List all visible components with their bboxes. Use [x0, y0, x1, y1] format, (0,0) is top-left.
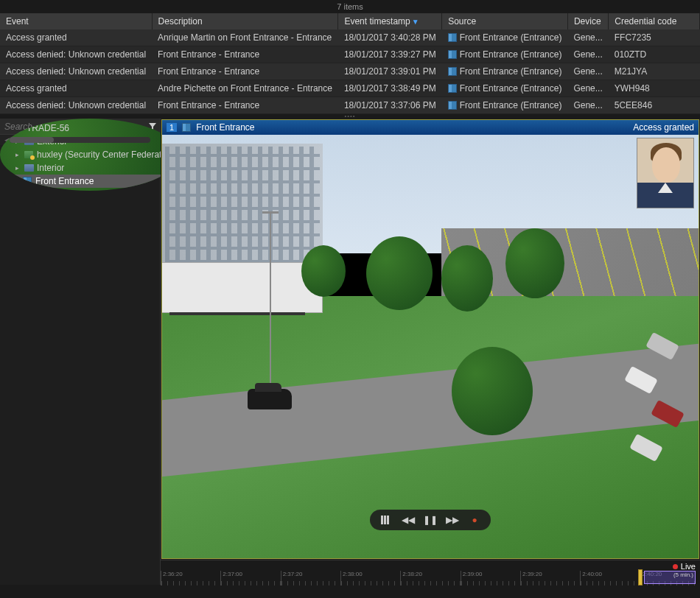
- cell-source: Front Entrance (Entrance): [442, 46, 568, 63]
- forward-button[interactable]: ▶▶: [445, 513, 460, 527]
- timeline-tick: 2:38:20: [400, 571, 460, 585]
- cell-timestamp: 18/01/2017 3:38:49 PM: [338, 80, 442, 97]
- pause-button[interactable]: ❚❚: [423, 513, 438, 527]
- door-icon: [448, 50, 457, 59]
- col-device[interactable]: Device: [567, 13, 608, 29]
- door-icon: [448, 33, 457, 42]
- tile-status: Access granted: [633, 122, 694, 133]
- cell-event: Access denied: Unknown credential: [0, 63, 152, 80]
- cardholder-photo: [637, 138, 694, 208]
- cell-source: Front Entrance (Entrance): [442, 80, 568, 97]
- cell-description: Front Entrance - Entrance: [152, 46, 338, 63]
- timeline-tick: 2:37:20: [281, 571, 340, 585]
- sort-desc-icon: ▼: [412, 18, 419, 26]
- tile-title: Front Entrance: [196, 122, 254, 133]
- table-row[interactable]: Access grantedAndre Pichette on Front En…: [0, 80, 700, 97]
- scroll-thumb[interactable]: [10, 137, 54, 143]
- cell-timestamp: 18/01/2017 3:37:06 PM: [338, 97, 442, 114]
- event-table: Event Description Event timestamp▼ Sourc…: [0, 13, 700, 114]
- area-icon: [24, 163, 34, 173]
- rewind-button[interactable]: ◀◀: [401, 513, 416, 527]
- cell-source: Front Entrance (Entrance): [442, 29, 568, 46]
- cell-credential: 5CEE846: [609, 97, 700, 114]
- time-ruler[interactable]: 2:36:202:37:002:37:202:38:002:38:202:39:…: [161, 571, 700, 585]
- svg-rect-1: [384, 516, 386, 524]
- playback-controls: ◀◀ ❚❚ ▶▶ ●: [370, 510, 491, 530]
- cell-event: Access granted: [0, 80, 152, 97]
- live-dot-icon: [673, 564, 678, 569]
- cell-description: Anrique Martin on Front Entrance - Entra…: [152, 29, 338, 46]
- timeline-tick: 2:40:00: [580, 571, 640, 585]
- playhead[interactable]: [638, 569, 643, 585]
- timeline-tick: 2:39:20: [520, 571, 580, 585]
- cell-description: Front Entrance - Entrance: [152, 97, 338, 114]
- tile-number: 1: [167, 123, 177, 132]
- timeline-tick: 2:36:20: [161, 571, 220, 585]
- camera-scene: [162, 135, 699, 558]
- cell-device: Gene...: [567, 97, 608, 114]
- cell-description: Front Entrance - Entrance: [152, 63, 338, 80]
- table-header-row: Event Description Event timestamp▼ Sourc…: [0, 13, 700, 29]
- tile-header: 1 Front Entrance Access granted: [162, 120, 699, 135]
- tree-label: huxley (Security Center Federation): [37, 150, 176, 160]
- door-icon: [448, 67, 457, 76]
- cell-credential: YWH948: [609, 80, 700, 97]
- door-icon: [22, 176, 32, 186]
- cell-credential: M21JYA: [609, 63, 700, 80]
- record-button[interactable]: ●: [467, 513, 482, 527]
- col-source[interactable]: Source: [442, 13, 568, 29]
- cell-credential: 010ZTD: [609, 46, 700, 63]
- live-indicator[interactable]: Live: [673, 562, 696, 571]
- col-event[interactable]: Event: [0, 13, 152, 29]
- cell-device: Gene...: [567, 63, 608, 80]
- table-row[interactable]: Access denied: Unknown credentialFront E…: [0, 63, 700, 80]
- cell-event: Access denied: Unknown credential: [0, 46, 152, 63]
- entity-tree: ▾ TRADE-56 ▸ Exterior ▸ huxley (Security…: [0, 119, 179, 191]
- cell-device: Gene...: [567, 46, 608, 63]
- timeline-tick: 2:39:00: [461, 571, 520, 585]
- cell-timestamp: 18/01/2017 3:39:01 PM: [338, 63, 442, 80]
- table-row[interactable]: Access denied: Unknown credentialFront E…: [0, 46, 700, 63]
- cell-description: Andre Pichette on Front Entrance - Entra…: [152, 80, 338, 97]
- chevron-right-icon: ▸: [13, 164, 21, 172]
- timeline[interactable]: Live 2:36:202:37:002:37:202:38:002:38:20…: [161, 560, 700, 585]
- cell-timestamp: 18/01/2017 3:39:27 PM: [338, 46, 442, 63]
- tree-item-front-entrance[interactable]: Front Entrance: [0, 175, 179, 188]
- federation-icon: [24, 150, 34, 160]
- door-icon: [181, 122, 192, 133]
- chevron-right-icon: ▸: [13, 151, 21, 158]
- door-icon: [448, 84, 457, 93]
- table-row[interactable]: Access grantedAnrique Martin on Front En…: [0, 29, 700, 46]
- timeline-tick: 2:37:00: [220, 571, 280, 585]
- svg-rect-0: [381, 516, 383, 524]
- cell-device: Gene...: [567, 80, 608, 97]
- cell-source: Front Entrance (Entrance): [442, 97, 568, 114]
- cell-event: Access denied: Unknown credential: [0, 97, 152, 114]
- lower-pane: ▾ TRADE-56 ▸ Exterior ▸ huxley (Security…: [0, 119, 700, 585]
- col-description[interactable]: Description: [152, 13, 338, 29]
- video-feed[interactable]: [162, 135, 699, 558]
- live-label: Live: [681, 562, 696, 571]
- entity-tree-sidebar: ▾ TRADE-56 ▸ Exterior ▸ huxley (Security…: [0, 119, 161, 585]
- col-timestamp[interactable]: Event timestamp▼: [338, 13, 442, 29]
- timeline-tick: 2:38:00: [340, 571, 400, 585]
- tree-label: Front Entrance: [35, 176, 94, 186]
- jump-list-icon[interactable]: [379, 513, 393, 527]
- door-icon: [448, 101, 457, 110]
- tree-label: Interior: [37, 163, 64, 173]
- cell-device: Gene...: [567, 29, 608, 46]
- tree-item-huxley[interactable]: ▸ huxley (Security Center Federation): [0, 148, 179, 161]
- scroll-track[interactable]: [10, 137, 150, 143]
- video-tile[interactable]: 1 Front Entrance Access granted: [161, 119, 699, 559]
- cell-source: Front Entrance (Entrance): [442, 63, 568, 80]
- svg-rect-2: [387, 516, 389, 524]
- timeline-range[interactable]: (5 min.): [644, 571, 696, 584]
- items-count-header: 7 items: [0, 0, 700, 13]
- cell-event: Access granted: [0, 29, 152, 46]
- col-credential[interactable]: Credential code: [609, 13, 700, 29]
- video-pane: 1 Front Entrance Access granted: [161, 119, 700, 585]
- cell-timestamp: 18/01/2017 3:40:28 PM: [338, 29, 442, 46]
- tree-item-interior[interactable]: ▸ Interior: [0, 161, 179, 175]
- table-row[interactable]: Access denied: Unknown credentialFront E…: [0, 97, 700, 114]
- cell-credential: FFC7235: [609, 29, 700, 46]
